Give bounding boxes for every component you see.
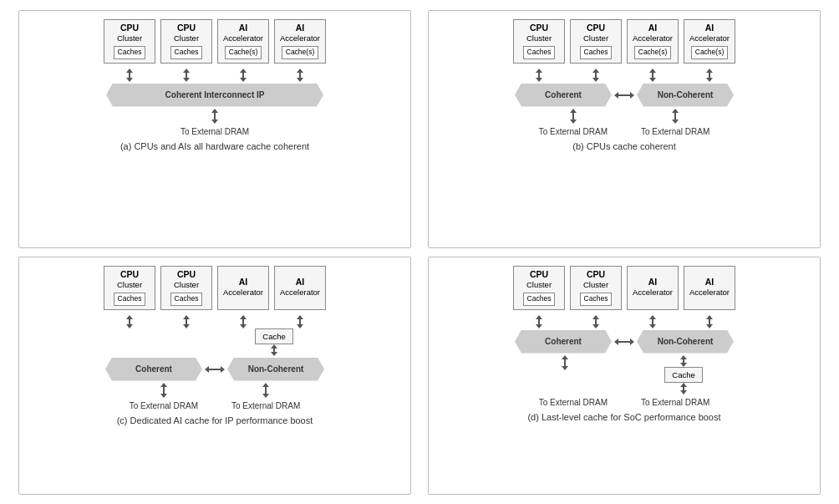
arrow-3-c: [217, 315, 269, 328]
arrow-4-b: [684, 69, 735, 82]
cluster-cpu1-d: CPU Cluster Caches: [513, 266, 565, 310]
arrows-d: [433, 313, 816, 328]
dram-left-b: To External DRAM: [539, 109, 608, 136]
dram-label-left-c: To External DRAM: [130, 401, 198, 410]
arrow-2-d: [570, 315, 622, 328]
bot-cache-row-d: Cache: [433, 355, 816, 395]
dram-label-a: To External DRAM: [181, 127, 249, 136]
dram-row-b: To External DRAM To External DRAM: [433, 109, 816, 136]
main-page: CPU Cluster Caches CPU Cluster Caches AI…: [18, 10, 821, 495]
cluster-ai1-b: AI Accelerator Cache(s): [627, 19, 679, 64]
cluster-ai1-d: AI Accelerator: [627, 266, 679, 310]
arrow-2-b: [570, 69, 622, 82]
cluster-row-a: CPU Cluster Caches CPU Cluster Caches AI…: [104, 19, 326, 64]
dram-label-right-c: To External DRAM: [231, 401, 300, 410]
dram-right-c: To External DRAM: [231, 383, 300, 410]
arrow-1-a: [104, 69, 155, 82]
coherent-banner-d: Coherent: [515, 330, 612, 354]
noncoherent-banner-c: Non-Coherent: [227, 358, 324, 381]
h-arrow-d: [614, 339, 634, 345]
cluster-row-d: CPU Cluster Caches CPU Cluster Caches AI…: [513, 266, 735, 310]
arrow-4-a: [274, 69, 326, 82]
dram-right-b: To External DRAM: [641, 109, 709, 136]
arrow-3-a: [217, 69, 269, 82]
arrow-2-a: [160, 69, 212, 82]
cluster-cpu1-c: CPU Cluster Caches: [104, 266, 155, 310]
arrows-a: [23, 67, 406, 82]
arrows-b: [433, 67, 816, 82]
cluster-ai2-b: AI Accelerator Cache(s): [684, 19, 735, 64]
arrow-4-d: [684, 315, 735, 328]
cluster-ai2-c: AI Accelerator: [274, 266, 326, 310]
cache-box-c: Cache: [255, 328, 292, 344]
banner-row-b: Coherent Non-Coherent: [433, 84, 816, 107]
mid-row-c: Cache: [23, 328, 406, 356]
arrows-c: [23, 313, 406, 328]
diagram-d: CPU Cluster Caches CPU Cluster Caches AI…: [428, 257, 821, 495]
noncoherent-banner-d: Non-Coherent: [637, 330, 734, 354]
arrow-1-b: [513, 69, 565, 82]
banner-row-d: Coherent Non-Coherent: [433, 330, 816, 354]
dram-row-d: To External DRAM To External DRAM: [433, 395, 816, 407]
diagram-title-b: (b) CPUs cache coherent: [572, 141, 676, 151]
dram-left-d: To External DRAM: [539, 395, 608, 407]
diagram-title-d: (d) Last-level cache for SoC performance…: [527, 412, 720, 422]
cache-section-d: Cache: [627, 355, 740, 395]
dram-right-d: To External DRAM: [641, 395, 709, 407]
cluster-cpu1-b: CPU Cluster Caches: [513, 19, 565, 64]
arrow-2-c: [160, 315, 212, 328]
arrow-1-c: [104, 315, 155, 328]
cluster-cpu2-a: CPU Cluster Caches: [160, 19, 212, 64]
dram-label-left-b: To External DRAM: [539, 127, 608, 136]
diagram-b: CPU Cluster Caches CPU Cluster Caches AI…: [428, 10, 821, 248]
h-arrow-b: [614, 92, 634, 99]
cluster-cpu2-c: CPU Cluster Caches: [160, 266, 212, 310]
banner-row-c: Coherent Non-Coherent: [23, 358, 406, 381]
cluster-ai2-a: AI Accelerator Cache(s): [274, 19, 326, 64]
diagram-title-a: (a) CPUs and AIs all hardware cache cohe…: [120, 141, 309, 151]
cluster-ai1-a: AI Accelerator Cache(s): [217, 19, 269, 64]
coherent-banner-b: Coherent: [515, 84, 612, 107]
banner-row-a: Coherent Interconnect IP: [23, 84, 406, 107]
coherent-banner-a: Coherent Interconnect IP: [106, 84, 323, 107]
dram-left-section-d: [508, 355, 622, 395]
arrow-4-c: [274, 315, 326, 328]
dram-section-a: To External DRAM: [181, 109, 249, 136]
cluster-row-b: CPU Cluster Caches CPU Cluster Caches AI…: [513, 19, 735, 64]
cluster-ai1-c: AI Accelerator: [217, 266, 269, 310]
noncoherent-banner-b: Non-Coherent: [637, 84, 734, 107]
cluster-row-c: CPU Cluster Caches CPU Cluster Caches AI…: [104, 266, 326, 310]
diagram-a: CPU Cluster Caches CPU Cluster Caches AI…: [18, 10, 411, 248]
arrow-1-d: [513, 315, 565, 328]
cache-section-c: Cache: [217, 328, 331, 356]
arrow-3-b: [627, 69, 679, 82]
dram-row-c: To External DRAM To External DRAM: [23, 383, 406, 410]
coherent-banner-c: Coherent: [105, 358, 202, 381]
dram-arrow-a: [211, 109, 218, 124]
cluster-ai2-d: AI Accelerator: [684, 266, 735, 310]
diagram-c: CPU Cluster Caches CPU Cluster Caches AI…: [18, 257, 411, 495]
cache-box-d: Cache: [664, 367, 702, 383]
diagram-title-c: (c) Dedicated AI cache for IP performanc…: [117, 415, 313, 425]
dram-left-c: To External DRAM: [130, 383, 198, 410]
h-arrow-c: [205, 366, 225, 373]
cluster-cpu1-a: CPU Cluster Caches: [104, 19, 155, 64]
dram-label-right-b: To External DRAM: [641, 127, 709, 136]
dram-label-right-d: To External DRAM: [641, 398, 709, 407]
dram-label-left-d: To External DRAM: [539, 398, 608, 407]
arrow-3-d: [627, 315, 679, 328]
cluster-cpu2-d: CPU Cluster Caches: [570, 266, 622, 310]
cluster-cpu2-b: CPU Cluster Caches: [570, 19, 622, 64]
